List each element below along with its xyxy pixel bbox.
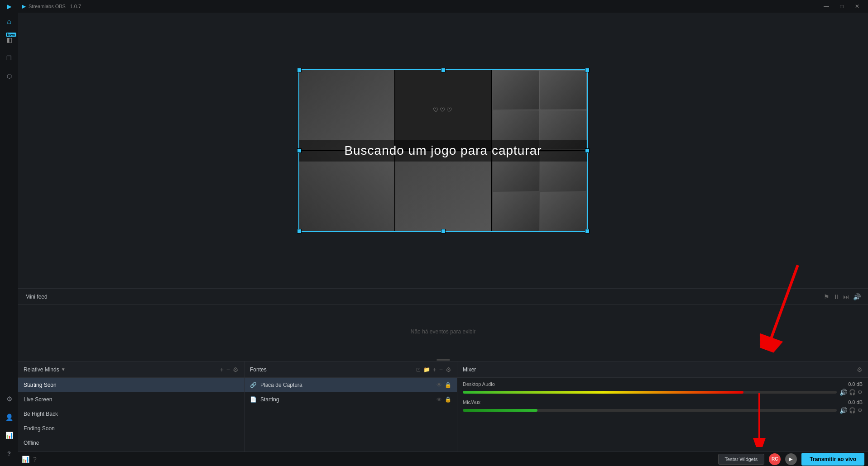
scenes-panel-controls: + − ⚙ bbox=[220, 366, 239, 373]
desktop-audio-controls: 🔊 🎧 ⚙ bbox=[839, 389, 863, 396]
secondary-avatar[interactable]: ▶ bbox=[785, 453, 797, 465]
source-item-starting[interactable]: 📄 Starting 👁 🔒 bbox=[245, 392, 457, 407]
scenes-add-icon[interactable]: + bbox=[220, 366, 224, 373]
sidebar-item-themes[interactable]: ◧ Novo bbox=[0, 31, 18, 49]
mosaic-cell-4 bbox=[298, 151, 395, 232]
mixer-title: Mixer bbox=[463, 366, 476, 373]
mic-aux-db: 0.0 dB bbox=[848, 399, 863, 405]
test-widgets-button[interactable]: Testar Widgets bbox=[718, 454, 765, 465]
scene-item-ending-soon[interactable]: Ending Soon bbox=[18, 421, 244, 436]
sources-filter-icon[interactable]: ⊡ bbox=[416, 366, 421, 373]
source-controls-starting: 👁 🔒 bbox=[436, 396, 451, 403]
scene-dropdown[interactable]: Relative Minds ▼ bbox=[24, 366, 66, 373]
desktop-audio-headphone-icon[interactable]: 🎧 bbox=[849, 389, 856, 395]
dropdown-arrow-icon: ▼ bbox=[61, 367, 66, 372]
source-eye-icon[interactable]: 👁 bbox=[436, 396, 442, 403]
source-lock-icon[interactable]: 🔒 bbox=[445, 396, 451, 403]
scene-item-starting-soon[interactable]: Starting Soon bbox=[18, 378, 244, 392]
sources-remove-icon[interactable]: − bbox=[439, 366, 443, 373]
bottom-panel: Relative Minds ▼ + − ⚙ Starting Soon Liv… bbox=[18, 361, 868, 452]
minimize-button[interactable]: — bbox=[819, 0, 834, 13]
mosaic-cell-3 bbox=[491, 69, 588, 151]
mixer-settings-icon[interactable]: ⚙ bbox=[857, 366, 863, 373]
help-status-icon[interactable]: ? bbox=[33, 456, 37, 463]
scenes-settings-icon[interactable]: ⚙ bbox=[233, 366, 239, 373]
source-label: Placa de Captura bbox=[260, 382, 302, 388]
desktop-audio-fader[interactable] bbox=[463, 391, 837, 394]
scene-item-live-screen[interactable]: Live Screen bbox=[18, 392, 244, 407]
desktop-audio-mute-icon[interactable]: 🔊 bbox=[839, 389, 847, 396]
stats-icon[interactable]: 📊 bbox=[22, 456, 29, 463]
mixer-body: Desktop Audio 0.0 dB 🔊 🎧 ⚙ bbox=[457, 378, 868, 452]
scene-label: Ending Soon bbox=[24, 425, 55, 432]
mic-aux-fill bbox=[463, 409, 537, 412]
scene-item-be-right-back[interactable]: Be Right Back bbox=[18, 407, 244, 421]
sidebar-item-store[interactable]: ⬡ bbox=[0, 67, 18, 85]
mixer-panel: Mixer ⚙ Desktop Audio 0.0 dB 🔊 bbox=[457, 361, 868, 452]
status-bar-right: Testar Widgets RC ▶ Transmitir ao vivo bbox=[718, 453, 864, 466]
scene-label: Starting Soon bbox=[24, 382, 57, 388]
source-item-capture[interactable]: 🔗 Placa de Captura 👁 🔒 bbox=[245, 378, 457, 392]
sidebar-app-icon: ▶ bbox=[0, 0, 18, 13]
desktop-audio-db: 0.0 dB bbox=[848, 381, 863, 387]
sources-folder-icon[interactable]: 📁 bbox=[423, 366, 430, 373]
go-live-button[interactable]: Transmitir ao vivo bbox=[801, 453, 864, 466]
scene-item-offline[interactable]: Offline bbox=[18, 436, 244, 450]
source-eye-icon[interactable]: 👁 bbox=[436, 382, 442, 388]
title-bar: ▶ Streamlabs OBS - 1.0.7 — □ ✕ bbox=[18, 0, 868, 13]
skip-icon[interactable]: ⏭ bbox=[843, 293, 849, 300]
mini-feed-body: Não há eventos para exibir bbox=[18, 305, 868, 358]
sources-panel-controls: ⊡ 📁 + − ⚙ bbox=[416, 366, 451, 373]
scene-list: Starting Soon Live Screen Be Right Back … bbox=[18, 378, 244, 452]
scenes-panel-title: Relative Minds bbox=[24, 366, 59, 373]
sidebar-item-settings[interactable]: ⚙ bbox=[0, 390, 18, 408]
mini-feed: Mini feed ⚑ ⏸ ⏭ 🔊 Não há eventos para ex… bbox=[18, 288, 868, 358]
mic-aux-settings-icon[interactable]: ⚙ bbox=[858, 407, 863, 414]
mixer-channel-mic: Mic/Aux 0.0 dB 🔊 🎧 ⚙ bbox=[463, 399, 863, 414]
mini-feed-header: Mini feed ⚑ ⏸ ⏭ 🔊 bbox=[18, 289, 868, 305]
close-button[interactable]: ✕ bbox=[850, 0, 864, 13]
mixer-mic-fader-row: 🔊 🎧 ⚙ bbox=[463, 407, 863, 414]
scenes-remove-icon[interactable]: − bbox=[226, 366, 230, 373]
status-bar: 📊 ? Testar Widgets RC ▶ Transmitir ao vi… bbox=[18, 452, 868, 466]
scene-label: Be Right Back bbox=[24, 411, 58, 417]
preview-area: ♡♡♡ bbox=[18, 13, 868, 288]
user-avatar[interactable]: RC bbox=[769, 453, 781, 465]
source-label: Starting bbox=[260, 396, 279, 403]
mixer-desktop-header: Desktop Audio 0.0 dB bbox=[463, 381, 863, 387]
mixer-desktop-fader-row: 🔊 🎧 ⚙ bbox=[463, 389, 863, 396]
filter-icon[interactable]: ⚑ bbox=[824, 293, 830, 300]
mosaic-cell-5 bbox=[395, 151, 491, 232]
sidebar-item-profile[interactable]: 👤 bbox=[0, 408, 18, 426]
maximize-button[interactable]: □ bbox=[834, 0, 849, 13]
canvas-container[interactable]: ♡♡♡ bbox=[298, 69, 588, 232]
canvas-preview: ♡♡♡ bbox=[298, 69, 588, 232]
sidebar-item-home[interactable]: ⌂ bbox=[0, 13, 18, 31]
main-area: ▶ Streamlabs OBS - 1.0.7 — □ ✕ ♡♡♡ bbox=[18, 0, 868, 466]
mixer-mic-header: Mic/Aux 0.0 dB bbox=[463, 399, 863, 405]
source-controls-capture: 👁 🔒 bbox=[436, 382, 451, 388]
mic-aux-fader[interactable] bbox=[463, 409, 837, 412]
sidebar-item-stats[interactable]: 📊 bbox=[0, 426, 18, 444]
desktop-audio-settings-icon[interactable]: ⚙ bbox=[858, 389, 863, 395]
mosaic-cell-6 bbox=[491, 151, 588, 232]
mixer-channel-desktop: Desktop Audio 0.0 dB 🔊 🎧 ⚙ bbox=[463, 381, 863, 396]
sidebar-item-help[interactable]: ? bbox=[0, 444, 18, 462]
volume-icon[interactable]: 🔊 bbox=[853, 293, 861, 300]
sidebar-item-copy[interactable]: ❐ bbox=[0, 49, 18, 67]
sidebar: ▶ ⌂ ◧ Novo ❐ ⬡ ⚙ 👤 📊 ? bbox=[0, 0, 18, 466]
scenes-panel-header: Relative Minds ▼ + − ⚙ bbox=[18, 361, 244, 378]
mic-aux-label: Mic/Aux bbox=[463, 399, 480, 405]
mosaic-cell-2: ♡♡♡ bbox=[395, 69, 491, 151]
mixer-header: Mixer ⚙ bbox=[457, 361, 868, 378]
sources-settings-icon[interactable]: ⚙ bbox=[446, 366, 451, 373]
mini-feed-title: Mini feed bbox=[25, 294, 48, 300]
mic-aux-mute-icon[interactable]: 🔊 bbox=[839, 407, 847, 414]
sources-add-icon[interactable]: + bbox=[433, 366, 436, 373]
mic-aux-headphone-icon[interactable]: 🎧 bbox=[849, 407, 856, 414]
no-events-text: Não há eventos para exibir bbox=[411, 328, 475, 335]
pause-icon[interactable]: ⏸ bbox=[833, 293, 839, 300]
source-lock-icon[interactable]: 🔒 bbox=[445, 382, 451, 388]
mic-aux-controls: 🔊 🎧 ⚙ bbox=[839, 407, 863, 414]
scenes-panel: Relative Minds ▼ + − ⚙ Starting Soon Liv… bbox=[18, 361, 245, 452]
